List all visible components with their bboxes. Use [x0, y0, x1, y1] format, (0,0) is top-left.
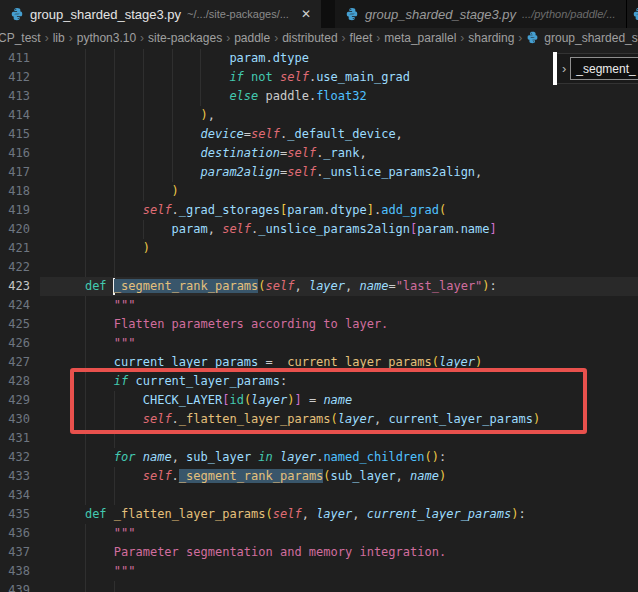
indent-guide — [143, 68, 144, 87]
chevron-right-icon[interactable]: › — [557, 61, 570, 76]
find-widget-sash[interactable] — [553, 52, 557, 85]
chevron-separator-icon: › — [340, 31, 348, 45]
code-token: CHECK_LAYER — [143, 393, 222, 407]
code-line-423[interactable]: 423 def _segment_rank_params(self, layer… — [0, 277, 638, 296]
breadcrumb-item[interactable]: fleet — [348, 31, 375, 45]
code-line-414[interactable]: 414 ), — [0, 106, 638, 125]
code-line-439[interactable]: 439 — [0, 581, 638, 592]
code-line-436[interactable]: 436 """ — [0, 524, 638, 543]
indent-guide — [172, 87, 173, 106]
tab-1[interactable]: group_sharded_stage3.py~/.../site-packag… — [0, 0, 321, 28]
code-token: ( — [266, 507, 273, 521]
breadcrumb-item[interactable]: meta_parallel — [382, 31, 458, 45]
code-token: . — [453, 222, 460, 236]
code-line-432[interactable]: 432 for name, sub_layer in layer.named_c… — [0, 448, 638, 467]
code-line-435[interactable]: 435 def _flatten_layer_params(self, laye… — [0, 505, 638, 524]
code-token: def — [85, 507, 107, 521]
code-token: = — [302, 393, 324, 407]
indent-guide — [85, 372, 86, 391]
python-icon — [632, 7, 638, 21]
code-token: self — [280, 70, 309, 84]
indent-guide — [85, 49, 86, 68]
code-line-415[interactable]: 415 device=self._default_device, — [0, 125, 638, 144]
code-line-413[interactable]: 413 else paddle.float32 — [0, 87, 638, 106]
code-token: : — [439, 450, 446, 464]
indent-guide — [85, 220, 86, 239]
code-token — [258, 89, 265, 103]
code-line-430[interactable]: 430 self._flatten_layer_params(layer, cu… — [0, 410, 638, 429]
find-input[interactable]: _segment_ — [570, 57, 638, 80]
breadcrumb-item[interactable]: site-packages — [146, 31, 224, 45]
code-token: name — [143, 450, 172, 464]
indent-guide — [85, 239, 86, 258]
line-number: 430 — [0, 410, 30, 429]
close-icon[interactable]: ✕ — [301, 7, 311, 21]
code-content: ) — [56, 182, 179, 201]
breadcrumb-item[interactable]: sharding — [466, 31, 516, 45]
line-number: 415 — [0, 125, 30, 144]
breadcrumb-file[interactable]: group_sharded_stage3.py — [542, 31, 638, 45]
indent-guide — [85, 182, 86, 201]
code-line-419[interactable]: 419 self._grad_storages[param.dtype].add… — [0, 201, 638, 220]
code-token: self — [143, 412, 172, 426]
editor[interactable]: 411 param.dtype412 if not self.use_main_… — [0, 47, 638, 592]
code-token: ) — [143, 241, 150, 255]
code-line-428[interactable]: 428 if current_layer_params: — [0, 372, 638, 391]
code-line-431[interactable]: 431 — [0, 429, 638, 448]
breadcrumb-item[interactable]: paddle — [232, 31, 272, 45]
code-line-437[interactable]: 437 Parameter segmentation and memory in… — [0, 543, 638, 562]
indent-guide — [200, 87, 201, 106]
breadcrumb-item[interactable]: CP_test — [0, 31, 43, 45]
code-token: ) — [432, 450, 439, 464]
code-line-420[interactable]: 420 param, self._unslice_params2align[pa… — [0, 220, 638, 239]
code-token: , — [172, 450, 186, 464]
code-line-426[interactable]: 426 """ — [0, 334, 638, 353]
code-token: , — [396, 469, 410, 483]
breadcrumb-item[interactable]: lib — [51, 31, 67, 45]
code-token: paddle — [266, 89, 309, 103]
code-line-417[interactable]: 417 param2align=self._unslice_params2ali… — [0, 163, 638, 182]
tab-3-partial[interactable] — [626, 0, 638, 28]
breadcrumb-item[interactable]: python3.10 — [75, 31, 138, 45]
tab-title: group_sharded_stage3.py — [30, 7, 181, 22]
code-line-424[interactable]: 424 """ — [0, 296, 638, 315]
code-token: ) — [439, 469, 446, 483]
code-line-412[interactable]: 412 if not self.use_main_grad — [0, 68, 638, 87]
code-content: for name, sub_layer in layer.named_child… — [56, 448, 446, 467]
code-content: param2align=self._unslice_params2align, — [56, 163, 482, 182]
code-line-411[interactable]: 411 param.dtype — [0, 49, 638, 68]
code-content: param.dtype — [56, 49, 309, 68]
code-line-421[interactable]: 421 ) — [0, 239, 638, 258]
indent-guide — [85, 87, 86, 106]
code-line-433[interactable]: 433 self._segment_rank_params(sub_layer,… — [0, 467, 638, 486]
code-line-438[interactable]: 438 """ — [0, 562, 638, 581]
code-token: dtype — [331, 203, 367, 217]
tab-2[interactable]: group_sharded_stage3.py.../python/paddle… — [335, 0, 626, 28]
code-line-425[interactable]: 425 Flatten parameters according to laye… — [0, 315, 638, 334]
code-line-418[interactable]: 418 ) — [0, 182, 638, 201]
indent-guide — [114, 87, 115, 106]
code-content: current_layer_params = _current_layer_pa… — [56, 353, 482, 372]
code-content: Parameter segmentation and memory integr… — [56, 543, 446, 562]
code-line-434[interactable]: 434 — [0, 486, 638, 505]
code-line-416[interactable]: 416 destination=self._rank, — [0, 144, 638, 163]
tab-description: ~/.../site-packages/... — [187, 8, 289, 20]
code-line-427[interactable]: 427 current_layer_params = _current_laye… — [0, 353, 638, 372]
code-line-422[interactable]: 422 — [0, 258, 638, 277]
code-token: def — [85, 279, 107, 293]
code-token: , — [475, 165, 482, 179]
tab-description: .../python/paddle/... — [522, 8, 616, 20]
code-line-429[interactable]: 429 CHECK_LAYER[id(layer)] = name — [0, 391, 638, 410]
code-token: float32 — [316, 89, 367, 103]
code-token: param — [417, 222, 453, 236]
code-token: add_grad — [381, 203, 439, 217]
code-token: else — [229, 89, 258, 103]
code-content: if not self.use_main_grad — [56, 68, 410, 87]
indent-guide — [143, 125, 144, 144]
code-token: use_main_grad — [316, 70, 410, 84]
code-token: self — [251, 127, 280, 141]
breadcrumb: CP_test›lib›python3.10›site-packages›pad… — [0, 28, 638, 47]
indent-guide — [114, 410, 115, 429]
breadcrumb-item[interactable]: distributed — [280, 31, 339, 45]
python-icon — [345, 7, 359, 21]
